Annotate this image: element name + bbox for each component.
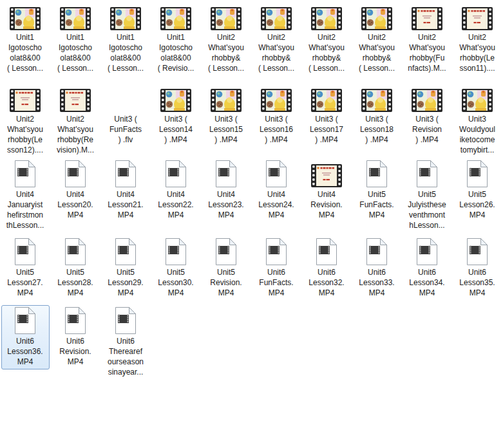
file-item[interactable]: r <box>301 236 352 301</box>
file-item[interactable]: r <box>50 305 100 369</box>
file-label: Unit4Lesson23.MP4 <box>203 189 250 220</box>
file-tile[interactable]: r <box>453 236 502 301</box>
file-tile[interactable]: r <box>202 236 251 301</box>
file-tile[interactable]: r <box>202 83 251 147</box>
file-tile[interactable]: r <box>403 1 451 76</box>
file-tile[interactable]: r <box>403 83 451 147</box>
video-filmstrip-cartoon-icon <box>411 88 443 113</box>
file-item[interactable]: r <box>100 158 151 223</box>
file-icon-box: r <box>2 306 49 335</box>
file-tile[interactable]: r <box>52 236 100 301</box>
file-tile[interactable]: r <box>52 158 100 223</box>
file-tile[interactable]: r <box>152 158 200 223</box>
file-item[interactable]: r <box>100 236 151 301</box>
file-item[interactable]: r <box>352 83 402 147</box>
file-item[interactable]: r <box>50 158 100 223</box>
file-item[interactable]: r <box>100 83 151 147</box>
file-item[interactable]: r <box>251 1 301 76</box>
file-item[interactable]: r <box>201 1 251 76</box>
file-item[interactable]: r <box>402 1 452 76</box>
file-tile[interactable]: r <box>403 158 451 233</box>
file-item[interactable]: r <box>201 83 251 147</box>
file-item[interactable]: r <box>301 158 352 223</box>
file-tile[interactable]: r <box>453 158 502 223</box>
file-tile[interactable]: r <box>252 83 301 147</box>
file-icon-box: r <box>2 3 49 31</box>
file-tile[interactable]: r <box>353 236 401 301</box>
file-label-line: Lesson36. <box>2 346 49 357</box>
file-tile[interactable]: r <box>453 83 502 158</box>
file-tile[interactable]: r <box>252 236 301 301</box>
file-tile[interactable]: r <box>303 83 351 147</box>
file-tile[interactable]: r <box>453 1 502 76</box>
file-tile[interactable]: r <box>102 158 150 223</box>
file-tile[interactable]: r <box>252 158 301 223</box>
file-item[interactable]: r <box>100 305 151 380</box>
file-label-line: ( Lesson... <box>203 63 250 73</box>
file-label: Unit3 (Lesson18) .MP4 <box>354 114 401 145</box>
file-item[interactable]: r <box>0 1 50 76</box>
file-tile[interactable]: r <box>202 1 251 76</box>
file-item[interactable]: r <box>402 83 452 147</box>
file-label-line: MP4 <box>303 210 350 220</box>
file-item[interactable]: r <box>201 236 251 301</box>
file-item[interactable]: r <box>352 158 402 223</box>
file-label: Unit2What'syourhobby(Funfacts).M... <box>404 32 451 73</box>
file-item[interactable]: r <box>301 1 352 76</box>
file-item[interactable]: r <box>251 83 301 147</box>
file-tile[interactable]: r <box>1 305 50 369</box>
file-item[interactable]: r <box>151 83 201 147</box>
file-tile[interactable]: r <box>303 1 351 76</box>
file-item[interactable]: r <box>452 236 502 301</box>
video-filmstrip-slide-icon <box>59 88 91 113</box>
file-item[interactable]: r <box>402 158 452 233</box>
file-tile[interactable]: r <box>152 236 200 301</box>
file-tile[interactable]: r <box>102 236 150 301</box>
file-tile[interactable]: r <box>102 83 150 147</box>
file-item[interactable]: r <box>151 236 201 301</box>
file-tile[interactable]: r <box>303 236 351 301</box>
file-item[interactable]: r <box>50 236 100 301</box>
file-tile[interactable]: r <box>303 158 351 223</box>
file-tile[interactable]: r <box>52 1 100 76</box>
file-item[interactable]: r <box>402 236 452 301</box>
file-tile[interactable]: r <box>52 83 100 158</box>
file-tile[interactable]: r <box>102 305 150 380</box>
file-tile[interactable]: r <box>1 158 50 233</box>
file-tile[interactable]: r <box>353 83 401 147</box>
file-tile[interactable]: r <box>252 1 301 76</box>
file-item[interactable]: r <box>301 83 352 147</box>
file-tile[interactable]: r <box>1 83 50 158</box>
file-item[interactable]: r <box>0 305 50 369</box>
file-item[interactable]: r <box>251 158 301 223</box>
file-label-line: Igotoscho <box>2 42 49 53</box>
file-item[interactable]: r <box>50 1 100 76</box>
file-item[interactable]: r <box>0 83 50 158</box>
file-item[interactable]: r <box>151 158 201 223</box>
file-tile[interactable]: r <box>1 236 50 301</box>
file-tile[interactable]: r <box>52 305 100 369</box>
file-item[interactable]: r <box>100 1 151 76</box>
file-tile[interactable]: r <box>353 158 401 223</box>
file-item[interactable]: r <box>352 236 402 301</box>
file-tile[interactable]: r <box>202 158 251 223</box>
file-label: Unit5Lesson29.MP4 <box>102 267 149 298</box>
file-tile[interactable]: r <box>152 1 200 76</box>
file-item[interactable]: r <box>0 158 50 233</box>
file-tile[interactable]: r <box>403 236 451 301</box>
file-item[interactable]: r <box>50 83 100 158</box>
file-tile[interactable]: r <box>152 83 200 147</box>
file-tile[interactable]: r <box>1 1 50 76</box>
file-item[interactable]: r <box>0 236 50 301</box>
file-item[interactable]: r <box>452 83 502 158</box>
file-tile[interactable]: r <box>102 1 150 76</box>
file-item[interactable]: r <box>151 1 201 76</box>
media-file-icon <box>14 160 37 188</box>
file-label-line: Unit2 <box>303 32 350 42</box>
file-item[interactable]: r <box>201 158 251 223</box>
file-item[interactable]: r <box>452 158 502 223</box>
file-item[interactable]: r <box>352 1 402 76</box>
file-item[interactable]: r <box>452 1 502 76</box>
file-item[interactable]: r <box>251 236 301 301</box>
file-tile[interactable]: r <box>353 1 401 76</box>
